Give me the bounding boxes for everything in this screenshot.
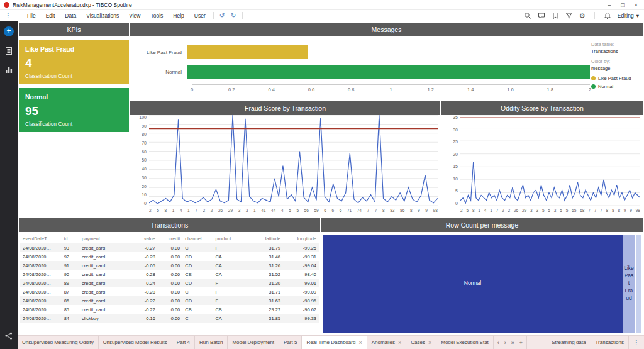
minimize-button[interactable]: – — [608, 2, 611, 8]
y-tick-label: 20 — [453, 152, 458, 157]
tab-anomalies[interactable]: Anomalies× — [367, 336, 407, 349]
data-table-value[interactable]: Transactions — [591, 48, 641, 54]
tab-run-batch[interactable]: Run Batch — [195, 336, 228, 349]
tab-model-execution-stat[interactable]: Model Execution Stat — [436, 336, 494, 349]
tab-unsupervised-model-results[interactable]: Unsupervised Model Results — [99, 336, 172, 349]
column-header-id[interactable]: id — [62, 235, 79, 243]
tab-nav-forward-icon[interactable]: › — [504, 340, 506, 346]
column-header-channel[interactable]: channel — [182, 235, 213, 243]
table-row[interactable]: 24/08/2020…92credit_card-0.280.00CDCA31.… — [20, 252, 319, 261]
more-menu-icon[interactable]: ⋮ — [0, 12, 16, 19]
table-row[interactable]: 24/08/2020…84clickbuy-0.160.00CCA31.85-9… — [20, 314, 319, 323]
menu-user[interactable]: User — [189, 10, 211, 21]
tab-close-icon[interactable]: × — [428, 340, 431, 346]
maximize-button[interactable]: □ — [621, 2, 624, 8]
bookmark-icon[interactable] — [552, 12, 559, 19]
table-row[interactable]: 24/08/2020…91credit_card-0.050.00CDCA31.… — [20, 261, 319, 270]
tab-model-deployment[interactable]: Model Deployment — [228, 336, 279, 349]
menu-tools[interactable]: Tools — [145, 10, 168, 21]
editing-dropdown[interactable]: Editing ▾ — [618, 13, 639, 19]
tab-overflow-icon[interactable]: ⋮ — [629, 336, 644, 349]
column-header-product[interactable]: product — [213, 235, 247, 243]
kpi-card-normal[interactable]: Normal95Classification Count — [19, 88, 129, 132]
column-header-credit[interactable]: credit — [158, 235, 182, 243]
legend-item-like-past-fraud[interactable]: Like Past Fraud — [591, 75, 641, 81]
comment-icon[interactable] — [538, 12, 545, 19]
tab-cases[interactable]: Cases× — [406, 336, 436, 349]
notifications-bell-icon[interactable] — [604, 12, 611, 19]
x-tick-label: 56 — [304, 208, 309, 216]
x-tick-label: 98 — [433, 208, 438, 216]
menu-file[interactable]: File — [22, 10, 41, 21]
treemap-block-normal[interactable]: Normal — [323, 235, 623, 333]
table-row[interactable]: 24/08/2020…89credit_card-0.240.00CDF31.3… — [20, 279, 319, 287]
tab-part-4[interactable]: Part 4 — [172, 336, 195, 349]
tab-label: Part 5 — [284, 340, 297, 345]
treemap-block-like-past-fraud[interactable]: Like Past Fraud — [623, 235, 635, 333]
menu-edit[interactable]: Edit — [41, 10, 60, 21]
tab-transactions[interactable]: Transactions — [591, 336, 630, 349]
table-cell: CA — [213, 252, 247, 261]
kpi-sublabel: Classification Count — [25, 73, 123, 79]
column-header-eventdatet[interactable]: eventDateT… — [20, 235, 62, 243]
tab-label: Real-Time Dashboard — [306, 340, 355, 345]
x-tick-label: 2 — [502, 208, 504, 216]
table-row[interactable]: 24/08/2020…90credit_card-0.280.00CECA31.… — [20, 270, 319, 279]
menu-view[interactable]: View — [124, 10, 145, 21]
data-icon[interactable] — [4, 47, 13, 55]
filter-icon[interactable] — [565, 12, 573, 19]
column-header-longitude[interactable]: longitude — [283, 235, 319, 243]
tab-part-5[interactable]: Part 5 — [279, 336, 302, 349]
bar-normal[interactable] — [187, 65, 590, 79]
tab-nav-last-icon[interactable]: » — [511, 340, 514, 346]
kpi-label: Normal — [25, 93, 123, 101]
undo-icon[interactable]: ↺ — [216, 12, 228, 19]
legend-item-normal[interactable]: Normal — [591, 84, 641, 89]
column-header-latitude[interactable]: latitude — [247, 235, 283, 243]
table-row[interactable]: 24/08/2020…87credit_card-0.280.00CF31.71… — [20, 287, 319, 296]
settings-gear-icon[interactable]: ⚙ — [579, 12, 586, 19]
treemap-scrollbar[interactable] — [636, 235, 641, 333]
bar-like-past-fraud[interactable] — [187, 45, 308, 59]
tab-streaming-data[interactable]: Streaming data — [547, 336, 591, 349]
table-row[interactable]: 24/08/2020…85credit_card-0.220.00CBCB29.… — [20, 305, 319, 314]
fraud-plot-area[interactable] — [149, 115, 438, 206]
tab-real-time-dashboard[interactable]: Real-Time Dashboard× — [302, 336, 367, 349]
menu-visualizations[interactable]: Visualizations — [81, 10, 124, 21]
table-row[interactable]: 24/08/2020…93credit_card-0.270.00CF31.79… — [20, 243, 319, 253]
column-header-value[interactable]: value — [128, 235, 158, 243]
search-icon[interactable] — [524, 12, 531, 19]
x-tick-label: 8 — [164, 208, 167, 216]
x-tick-label: 6 — [340, 208, 342, 216]
tab-add-icon[interactable]: + — [519, 340, 523, 346]
visualizations-icon[interactable] — [4, 65, 13, 74]
kpi-card-like-past-fraud[interactable]: Like Past Fraud4Classification Count — [19, 40, 129, 84]
table-cell: 85 — [62, 305, 79, 314]
tab-close-icon[interactable]: × — [398, 340, 401, 346]
column-header-payment[interactable]: payment — [79, 235, 128, 243]
x-tick-label: 1 — [187, 208, 190, 216]
x-tick-label: 1 — [172, 208, 175, 216]
menu-data[interactable]: Data — [60, 10, 81, 21]
menu-help[interactable]: Help — [168, 10, 189, 21]
table-row[interactable]: 24/08/2020…86credit_card-0.220.00CDF31.6… — [20, 296, 319, 305]
x-tick-label: 6 — [331, 208, 334, 216]
redo-icon[interactable]: ↻ — [228, 12, 239, 19]
tab-label: Unsupervised Model Results — [103, 340, 167, 345]
x-tick-label: 1 — [478, 208, 480, 216]
x-tick-label: 5 — [157, 208, 159, 216]
tab-close-icon[interactable]: × — [358, 340, 362, 346]
table-cell: CE — [182, 270, 213, 279]
kpi-value: 4 — [25, 57, 123, 70]
add-button[interactable]: + — [4, 26, 14, 36]
color-by-value[interactable]: message — [591, 65, 641, 71]
table-cell: 92 — [62, 252, 79, 261]
x-tick-label: 7 — [588, 208, 591, 216]
oddity-plot-area[interactable] — [460, 115, 640, 206]
x-tick-label: 29 — [228, 208, 233, 216]
tab-nav-back-icon[interactable]: ‹ — [497, 340, 499, 346]
collaboration-icon[interactable] — [4, 331, 13, 340]
table-cell: F — [213, 279, 247, 287]
tab-unsupervised-measuring-oddity[interactable]: Unsupervised Measuring Oddity — [18, 336, 99, 349]
close-button[interactable]: × — [635, 2, 638, 8]
